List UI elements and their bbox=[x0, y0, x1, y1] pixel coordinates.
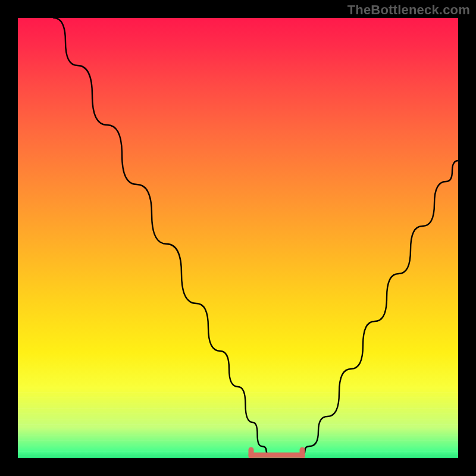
plot-area bbox=[18, 18, 458, 458]
trough-marker bbox=[251, 450, 302, 456]
watermark-text: TheBottleneck.com bbox=[347, 2, 470, 18]
chart-frame: TheBottleneck.com bbox=[0, 0, 476, 476]
curve-layer bbox=[18, 18, 458, 458]
bottleneck-curve bbox=[54, 18, 458, 455]
